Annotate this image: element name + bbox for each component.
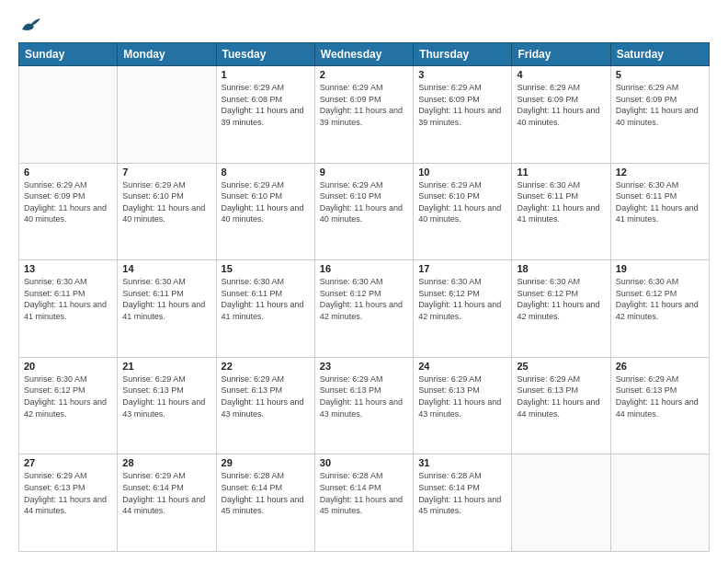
calendar-cell: 7Sunrise: 6:29 AM Sunset: 6:10 PM Daylig… [118,163,216,260]
day-number: 20 [24,361,112,372]
day-info: Sunrise: 6:29 AM Sunset: 6:10 PM Dayligh… [320,179,408,225]
day-info: Sunrise: 6:29 AM Sunset: 6:14 PM Dayligh… [122,470,210,516]
day-info: Sunrise: 6:29 AM Sunset: 6:10 PM Dayligh… [418,179,506,225]
day-number: 11 [517,167,605,178]
day-number: 18 [517,263,605,274]
day-info: Sunrise: 6:30 AM Sunset: 6:11 PM Dayligh… [222,276,310,322]
day-number: 22 [222,361,310,372]
weekday-header-thursday: Thursday [414,43,512,66]
day-number: 6 [24,167,112,178]
calendar-cell: 29Sunrise: 6:28 AM Sunset: 6:14 PM Dayli… [216,454,314,552]
calendar-cell: 23Sunrise: 6:29 AM Sunset: 6:13 PM Dayli… [314,357,413,454]
day-number: 3 [418,69,506,80]
calendar-cell: 8Sunrise: 6:29 AM Sunset: 6:10 PM Daylig… [216,163,314,260]
day-info: Sunrise: 6:29 AM Sunset: 6:08 PM Dayligh… [222,82,310,128]
logo-bird-icon [20,17,40,33]
calendar-cell: 18Sunrise: 6:30 AM Sunset: 6:12 PM Dayli… [512,260,610,358]
weekday-header-saturday: Saturday [610,43,709,66]
day-number: 17 [418,263,506,274]
day-number: 12 [616,167,704,178]
calendar-cell: 11Sunrise: 6:30 AM Sunset: 6:11 PM Dayli… [512,163,610,260]
calendar-cell: 16Sunrise: 6:30 AM Sunset: 6:12 PM Dayli… [314,260,413,358]
day-number: 14 [122,263,210,274]
day-info: Sunrise: 6:28 AM Sunset: 6:14 PM Dayligh… [320,470,408,516]
calendar-table: SundayMondayTuesdayWednesdayThursdayFrid… [18,42,710,552]
day-number: 21 [122,361,210,372]
day-number: 28 [122,457,210,468]
day-info: Sunrise: 6:29 AM Sunset: 6:10 PM Dayligh… [122,179,210,225]
calendar-cell: 28Sunrise: 6:29 AM Sunset: 6:14 PM Dayli… [118,454,216,552]
calendar-cell: 24Sunrise: 6:29 AM Sunset: 6:13 PM Dayli… [414,357,512,454]
calendar-cell: 22Sunrise: 6:29 AM Sunset: 6:13 PM Dayli… [216,357,314,454]
day-number: 10 [418,167,506,178]
week-row-3: 20Sunrise: 6:30 AM Sunset: 6:12 PM Dayli… [19,357,710,454]
calendar-cell: 10Sunrise: 6:29 AM Sunset: 6:10 PM Dayli… [414,163,512,260]
day-info: Sunrise: 6:29 AM Sunset: 6:13 PM Dayligh… [616,373,704,419]
day-number: 26 [616,361,704,372]
calendar-cell [19,66,118,164]
calendar-cell: 5Sunrise: 6:29 AM Sunset: 6:09 PM Daylig… [610,66,709,164]
day-number: 30 [320,457,408,468]
calendar-cell: 17Sunrise: 6:30 AM Sunset: 6:12 PM Dayli… [414,260,512,358]
calendar-cell: 4Sunrise: 6:29 AM Sunset: 6:09 PM Daylig… [512,66,610,164]
day-info: Sunrise: 6:29 AM Sunset: 6:09 PM Dayligh… [616,82,704,128]
calendar-cell: 3Sunrise: 6:29 AM Sunset: 6:09 PM Daylig… [414,66,512,164]
day-number: 2 [320,69,408,80]
week-row-0: 1Sunrise: 6:29 AM Sunset: 6:08 PM Daylig… [19,66,710,164]
calendar-cell [512,454,610,552]
calendar-cell: 21Sunrise: 6:29 AM Sunset: 6:13 PM Dayli… [118,357,216,454]
day-number: 1 [222,69,310,80]
day-number: 13 [24,263,112,274]
day-number: 15 [222,263,310,274]
day-number: 27 [24,457,112,468]
day-info: Sunrise: 6:30 AM Sunset: 6:12 PM Dayligh… [616,276,704,322]
day-info: Sunrise: 6:30 AM Sunset: 6:12 PM Dayligh… [320,276,408,322]
day-number: 19 [616,263,704,274]
header [18,17,710,33]
day-info: Sunrise: 6:29 AM Sunset: 6:09 PM Dayligh… [24,179,112,225]
day-info: Sunrise: 6:28 AM Sunset: 6:14 PM Dayligh… [222,470,310,516]
day-info: Sunrise: 6:30 AM Sunset: 6:11 PM Dayligh… [616,179,704,225]
weekday-header-monday: Monday [118,43,216,66]
day-number: 5 [616,69,704,80]
week-row-4: 27Sunrise: 6:29 AM Sunset: 6:13 PM Dayli… [19,454,710,552]
week-row-1: 6Sunrise: 6:29 AM Sunset: 6:09 PM Daylig… [19,163,710,260]
day-info: Sunrise: 6:29 AM Sunset: 6:13 PM Dayligh… [320,373,408,419]
day-number: 8 [222,167,310,178]
calendar-cell: 31Sunrise: 6:28 AM Sunset: 6:14 PM Dayli… [414,454,512,552]
week-row-2: 13Sunrise: 6:30 AM Sunset: 6:11 PM Dayli… [19,260,710,358]
weekday-header-friday: Friday [512,43,610,66]
day-number: 31 [418,457,506,468]
day-number: 29 [222,457,310,468]
weekday-header-sunday: Sunday [19,43,118,66]
calendar-cell: 6Sunrise: 6:29 AM Sunset: 6:09 PM Daylig… [19,163,118,260]
day-info: Sunrise: 6:29 AM Sunset: 6:13 PM Dayligh… [24,470,112,516]
day-info: Sunrise: 6:30 AM Sunset: 6:12 PM Dayligh… [418,276,506,322]
calendar-cell: 12Sunrise: 6:30 AM Sunset: 6:11 PM Dayli… [610,163,709,260]
day-info: Sunrise: 6:30 AM Sunset: 6:11 PM Dayligh… [122,276,210,322]
day-number: 7 [122,167,210,178]
day-number: 16 [320,263,408,274]
day-info: Sunrise: 6:30 AM Sunset: 6:12 PM Dayligh… [517,276,605,322]
calendar-cell: 9Sunrise: 6:29 AM Sunset: 6:10 PM Daylig… [314,163,413,260]
calendar-cell: 15Sunrise: 6:30 AM Sunset: 6:11 PM Dayli… [216,260,314,358]
day-info: Sunrise: 6:29 AM Sunset: 6:09 PM Dayligh… [517,82,605,128]
day-info: Sunrise: 6:29 AM Sunset: 6:10 PM Dayligh… [222,179,310,225]
day-info: Sunrise: 6:30 AM Sunset: 6:11 PM Dayligh… [517,179,605,225]
day-number: 25 [517,361,605,372]
calendar-cell: 30Sunrise: 6:28 AM Sunset: 6:14 PM Dayli… [314,454,413,552]
calendar-cell: 13Sunrise: 6:30 AM Sunset: 6:11 PM Dayli… [19,260,118,358]
day-info: Sunrise: 6:29 AM Sunset: 6:09 PM Dayligh… [320,82,408,128]
weekday-header-tuesday: Tuesday [216,43,314,66]
day-info: Sunrise: 6:30 AM Sunset: 6:11 PM Dayligh… [24,276,112,322]
calendar-cell: 27Sunrise: 6:29 AM Sunset: 6:13 PM Dayli… [19,454,118,552]
calendar-cell [610,454,709,552]
day-number: 9 [320,167,408,178]
day-info: Sunrise: 6:29 AM Sunset: 6:09 PM Dayligh… [418,82,506,128]
day-info: Sunrise: 6:29 AM Sunset: 6:13 PM Dayligh… [418,373,506,419]
day-info: Sunrise: 6:28 AM Sunset: 6:14 PM Dayligh… [418,470,506,516]
calendar-cell: 26Sunrise: 6:29 AM Sunset: 6:13 PM Dayli… [610,357,709,454]
calendar-cell: 2Sunrise: 6:29 AM Sunset: 6:09 PM Daylig… [314,66,413,164]
calendar-cell: 20Sunrise: 6:30 AM Sunset: 6:12 PM Dayli… [19,357,118,454]
calendar-cell [118,66,216,164]
